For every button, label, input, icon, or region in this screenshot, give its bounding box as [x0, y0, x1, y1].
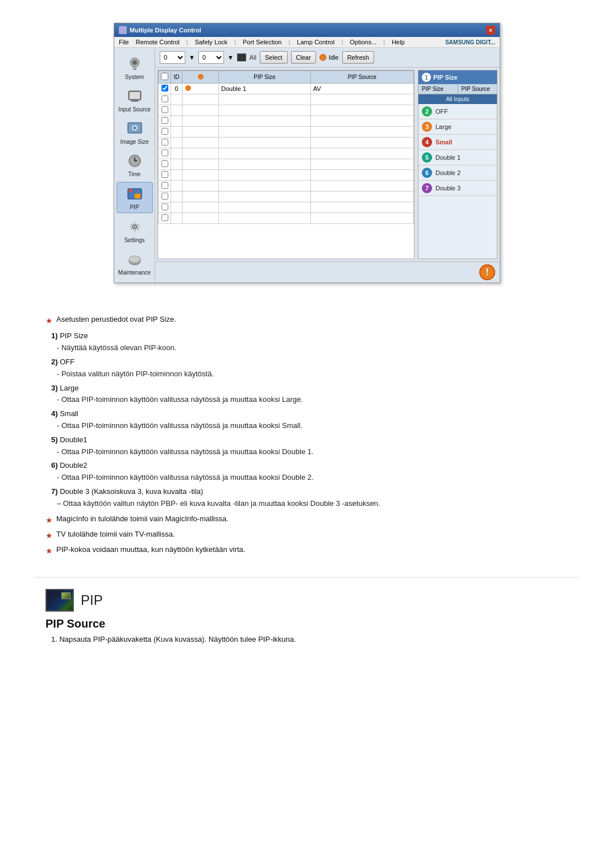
- options-header: 1 PIP Size: [418, 70, 497, 84]
- star-mark-1: ★: [45, 314, 53, 327]
- option-label-6: Double 2: [435, 169, 460, 176]
- table-row: [159, 138, 414, 148]
- col-star: [182, 71, 219, 84]
- color-indicator: [237, 53, 246, 61]
- menu-safety-lock[interactable]: Safety Lock: [195, 39, 227, 45]
- clear-button[interactable]: Clear: [291, 51, 316, 64]
- toolbar: 0 ▼ 0 ▼ All Select Clear Idle Refresh: [155, 48, 500, 68]
- pip-section-title: PIP: [81, 592, 103, 608]
- data-table: ID PIP Size PIP Source 0: [158, 70, 414, 224]
- menu-bar: File Remote Control | Safety Lock | Port…: [114, 37, 500, 48]
- sidebar-item-maintenance[interactable]: Maintenance: [117, 248, 153, 278]
- star-note-1-text: Asetusten perustiedot ovat PIP Size.: [56, 314, 176, 326]
- sidebar-item-pip[interactable]: PIP: [117, 182, 153, 213]
- star-note-4: ★ PIP-kokoa voidaan muuttaa, kun näyttöö…: [45, 544, 569, 557]
- notes-list: 1) PIP Size- Näyttää käytössä olevan PIP…: [51, 330, 569, 509]
- svg-point-18: [129, 256, 140, 263]
- option-item-7[interactable]: 7Double 3: [418, 181, 497, 196]
- star-note-3: ★ TV tulolähde toimii vain TV-mallissa.: [45, 529, 569, 542]
- menu-remote-control[interactable]: Remote Control: [136, 39, 180, 45]
- row-checkbox[interactable]: [161, 106, 168, 113]
- col-pip-source: PIP Source: [310, 71, 413, 84]
- select-all-checkbox[interactable]: [161, 73, 168, 80]
- table-row: [159, 94, 414, 105]
- sidebar-item-time[interactable]: Time: [117, 149, 153, 180]
- row-checkbox[interactable]: [161, 193, 168, 200]
- row-checkbox[interactable]: [161, 214, 168, 221]
- pip-thumbnail: [45, 589, 74, 612]
- row-checkbox[interactable]: [161, 149, 168, 156]
- table-row: [159, 202, 414, 213]
- option-item-5[interactable]: 5Double 1: [418, 150, 497, 165]
- options-header-num: 1: [422, 73, 431, 82]
- note-item-5: 5) Double1- Ottaa PIP-toiminnon käyttöön…: [51, 434, 569, 458]
- star-note-2-text: MagicInfo in tulolähde toimii vain Magic…: [56, 513, 229, 525]
- row-checkbox[interactable]: [161, 85, 168, 92]
- svg-rect-5: [131, 100, 138, 102]
- svg-rect-12: [135, 194, 140, 198]
- settings-icon: [126, 218, 144, 236]
- refresh-button[interactable]: Refresh: [342, 51, 375, 64]
- options-list: 2OFF3Large4Small5Double 16Double 27Doubl…: [418, 104, 497, 196]
- row-checkbox[interactable]: [161, 128, 168, 135]
- row-checkbox[interactable]: [161, 160, 168, 167]
- svg-point-13: [129, 189, 132, 192]
- option-label-4: Small: [435, 139, 452, 146]
- table-row: 0 Double 1 AV: [159, 84, 414, 94]
- main-content: System Input Source: [114, 48, 500, 283]
- sidebar-item-input-source[interactable]: Input Source: [117, 85, 153, 115]
- note-item-4: 4) Small- Ottaa PIP-toiminnon käyttöön v…: [51, 408, 569, 432]
- sidebar-label-system: System: [125, 74, 144, 80]
- sidebar: System Input Source: [114, 48, 155, 283]
- row-checkbox[interactable]: [161, 95, 168, 102]
- select-id-dropdown[interactable]: 0: [160, 51, 185, 64]
- help-button[interactable]: !: [479, 264, 495, 280]
- table-row: [159, 213, 414, 224]
- menu-lamp-control[interactable]: Lamp Control: [297, 39, 334, 45]
- select-button[interactable]: Select: [260, 51, 288, 64]
- pip-source-col-header: PIP Source: [458, 84, 497, 94]
- menu-file[interactable]: File: [119, 39, 129, 45]
- row-checkbox[interactable]: [161, 182, 168, 189]
- image-size-icon: [126, 119, 144, 138]
- option-item-4[interactable]: 4Small: [418, 135, 497, 150]
- sidebar-item-system[interactable]: System: [117, 52, 153, 82]
- note-sub-3: - Ottaa PIP-toiminnon käyttöön valitussa…: [57, 395, 303, 404]
- sidebar-label-settings: Settings: [124, 237, 144, 243]
- option-num-5: 5: [422, 152, 432, 163]
- menu-options[interactable]: Options...: [350, 39, 376, 45]
- option-num-3: 3: [422, 122, 432, 132]
- menu-help[interactable]: Help: [392, 39, 405, 45]
- option-num-2: 2: [422, 106, 432, 117]
- option-item-2[interactable]: 2OFF: [418, 104, 497, 119]
- row-pip-size: Double 1: [219, 84, 311, 94]
- table-row: [159, 116, 414, 127]
- row-checkbox[interactable]: [161, 203, 168, 210]
- option-label-5: Double 1: [435, 154, 460, 161]
- option-num-6: 6: [422, 168, 432, 178]
- option-item-3[interactable]: 3Large: [418, 119, 497, 135]
- select-num-dropdown[interactable]: 0: [198, 51, 224, 64]
- row-checkbox[interactable]: [161, 117, 168, 124]
- table-row: [159, 159, 414, 170]
- option-label-7: Double 3: [435, 185, 460, 192]
- col-checkbox: [159, 71, 171, 84]
- arrow2-icon: ▼: [227, 54, 234, 61]
- close-button[interactable]: ×: [486, 26, 495, 35]
- menu-port-selection[interactable]: Port Selection: [243, 39, 281, 45]
- status-area: Idle: [320, 54, 339, 61]
- row-checkbox[interactable]: [161, 171, 168, 178]
- option-item-6[interactable]: 6Double 2: [418, 165, 497, 181]
- pip-source-text: 1. Napsauta PIP-pääkuvaketta (Kuva kuvas…: [51, 635, 569, 643]
- options-header-label: PIP Size: [433, 74, 458, 81]
- sidebar-item-image-size[interactable]: Image Size: [117, 117, 153, 147]
- window-title: Multiple Display Control: [130, 27, 201, 34]
- notes-section: ★ Asetusten perustiedot ovat PIP Size. 1…: [34, 306, 580, 566]
- note-sub-4: - Ottaa PIP-toiminnon käyttöön valitussa…: [57, 421, 302, 430]
- option-label-3: Large: [435, 123, 451, 130]
- row-checkbox[interactable]: [161, 139, 168, 146]
- pip-icon: [126, 185, 144, 203]
- sidebar-item-settings[interactable]: Settings: [117, 215, 153, 246]
- note-sub-5: - Ottaa PIP-toiminnon käyttöön valitussa…: [57, 447, 314, 456]
- star-mark-3: ★: [45, 529, 53, 542]
